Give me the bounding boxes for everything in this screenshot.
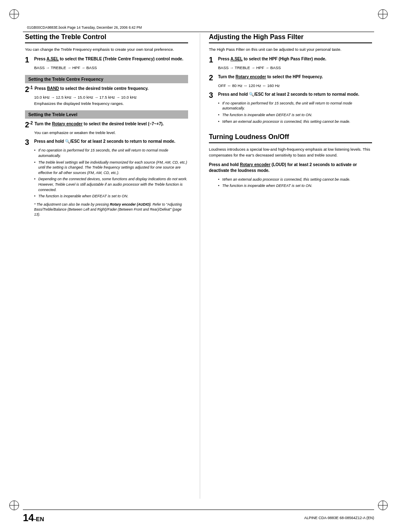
reg-mark-bottom-left (8, 500, 20, 511)
left-step-2-2-header: 2-2 Turn the Rotary encoder to select th… (25, 121, 188, 129)
left-step-2-1-subtext2: Emphasizes the displayed treble frequenc… (34, 101, 188, 106)
loudness-intro: Loudness introduces a special low-and hi… (209, 147, 372, 158)
right-step-1: 1 Press A.SEL to select the HPF (High Pa… (209, 56, 372, 70)
reg-mark-top-left (8, 8, 20, 20)
left-bullet-2: The treble level settings will be indivi… (34, 160, 188, 176)
loudness-step: Press and hold Rotary encoder (LOUD) for… (209, 162, 372, 174)
loud-key: LOUD (273, 162, 285, 167)
loudness-section: Turning Loudness On/Off Loudness introdu… (209, 133, 372, 189)
right-step-1-subtext: BASS → TREBLE → HPF → BASS (218, 65, 372, 70)
left-step-1: 1 Press A.SEL to select the TREBLE (Treb… (25, 56, 188, 70)
left-step-3-number: 3 (25, 139, 32, 146)
left-step-2-2-number: 2-2 (25, 121, 33, 129)
loudness-bullet-2: The function is inoperable when DEFEAT i… (218, 183, 372, 189)
page-number: 14-EN (23, 512, 44, 524)
right-step-2-subtext: OFF ↔ 80 Hz ↔ 120 Hz ↔ 160 Hz (218, 83, 372, 88)
left-step-2-2: 2-2 Turn the Rotary encoder to select th… (25, 121, 188, 135)
right-step-1-number: 1 (209, 56, 216, 64)
left-step-3: 3 Press and hold 🔍/ESC for at least 2 se… (25, 139, 188, 199)
subsection-treble-centre: Setting the Treble Centre Frequency (25, 75, 188, 83)
left-step-2-2-subtext: You can emphasize or weaken the treble l… (34, 130, 188, 135)
left-step-2-1-header: 2-1 Press BAND to select the desired tre… (25, 86, 188, 93)
subsection-treble-level: Setting the Treble Level (25, 110, 188, 119)
left-footnote: * The adjustment can also be made by pre… (34, 202, 188, 217)
loudness-title: Turning Loudness On/Off (209, 133, 372, 143)
left-step-3-text: Press and hold 🔍/ESC for at least 2 seco… (34, 139, 175, 144)
right-step-2-text: Turn the Rotary encoder to select the HP… (218, 74, 323, 80)
right-step-3: 3 Press and hold 🔍/ESC for at least 2 se… (209, 92, 372, 124)
left-step-1-number: 1 (25, 56, 32, 64)
reg-mark-bottom-right (377, 500, 389, 511)
left-step-2-1-subtext1: 10.0 kHz → 12.5 kHz → 15.0 kHz → 17.5 kH… (34, 94, 188, 100)
header-file-info: 01GB00CDA9883E.book Page 14 Tuesday, Dec… (27, 25, 142, 30)
right-section-intro: The High Pass Filter on this unit can be… (209, 47, 372, 52)
right-step-1-text: Press A.SEL to select the HPF (High Pass… (218, 56, 326, 62)
page: 01GB00CDA9883E.book Page 14 Tuesday, Dec… (0, 0, 397, 532)
left-step-2-1: 2-1 Press BAND to select the desired tre… (25, 86, 188, 107)
left-bullet-3: Depending on the connected devices, some… (34, 177, 188, 192)
right-step-2-header: 2 Turn the Rotary encoder to select the … (209, 74, 372, 82)
left-step-2-2-text: Turn the Rotary encoder to select the de… (35, 121, 164, 127)
right-section-title: Adjusting the High Pass Filter (209, 33, 372, 43)
left-bullet-4: The function is inoperable when DEFEAT i… (34, 194, 188, 199)
left-section-intro: You can change the Treble Frequency emph… (25, 47, 188, 52)
right-bullet-2: The function is inoperable when DEFEAT i… (218, 112, 372, 118)
left-bullet-1: If no operation is performed for 15 seco… (34, 148, 188, 158)
left-step-1-header: 1 Press A.SEL to select the TREBLE (Treb… (25, 56, 188, 64)
left-step-3-bullets: If no operation is performed for 15 seco… (34, 148, 188, 199)
right-step-3-bullets: If no operation is performed for 15 seco… (218, 101, 372, 124)
right-step-3-number: 3 (209, 92, 216, 99)
right-step-2: 2 Turn the Rotary encoder to select the … (209, 74, 372, 88)
rotary-encoder-ref-2: Rotary encoder (236, 75, 266, 79)
right-step-3-header: 3 Press and hold 🔍/ESC for at least 2 se… (209, 92, 372, 99)
right-step-3-text: Press and hold 🔍/ESC for at least 2 seco… (218, 92, 359, 97)
asel-key: A.SEL (47, 57, 59, 61)
doc-info: ALPINE CDA-9883E 68-08564Z12-A (EN) (304, 516, 374, 520)
left-step-2-1-number: 2-1 (25, 86, 33, 93)
right-step-1-header: 1 Press A.SEL to select the HPF (High Pa… (209, 56, 372, 64)
left-step-2-1-text: Press BAND to select the desired treble … (35, 86, 149, 92)
bottom-bar: 14-EN ALPINE CDA-9883E 68-08564Z12-A (EN… (23, 510, 374, 524)
rotary-encoder-ref-3: Rotary encoder (240, 162, 270, 167)
left-step-1-subtext: BASS → TREBLE → HPF → BASS (34, 65, 188, 70)
esc-key-ref: 🔍/ESC (65, 139, 79, 144)
header-line: 01GB00CDA9883E.book Page 14 Tuesday, Dec… (23, 23, 374, 32)
right-step-2-number: 2 (209, 74, 216, 82)
loudness-bullet-1: When an external audio processor is conn… (218, 177, 372, 182)
left-section-title: Setting the Treble Control (25, 33, 188, 43)
content-area: Setting the Treble Control You can chang… (25, 33, 372, 499)
rotary-encoder-ref-1: Rotary encoder (52, 122, 82, 126)
reg-mark-top-right (377, 8, 389, 20)
right-column: Adjusting the High Pass Filter The High … (207, 33, 372, 499)
loudness-bullets: When an external audio processor is conn… (218, 177, 372, 189)
right-bullet-3: When an external audio processor is conn… (218, 119, 372, 124)
right-bullet-1: If no operation is performed for 15 seco… (218, 101, 372, 111)
left-step-1-text: Press A.SEL to select the TREBLE (Treble… (34, 56, 183, 62)
left-column: Setting the Treble Control You can chang… (25, 33, 194, 499)
loudness-step-text: Press and hold Rotary encoder (LOUD) for… (209, 162, 372, 174)
asel-key-2: A.SEL (231, 57, 243, 61)
left-step-3-header: 3 Press and hold 🔍/ESC for at least 2 se… (25, 139, 188, 146)
band-key: BAND (47, 86, 59, 91)
